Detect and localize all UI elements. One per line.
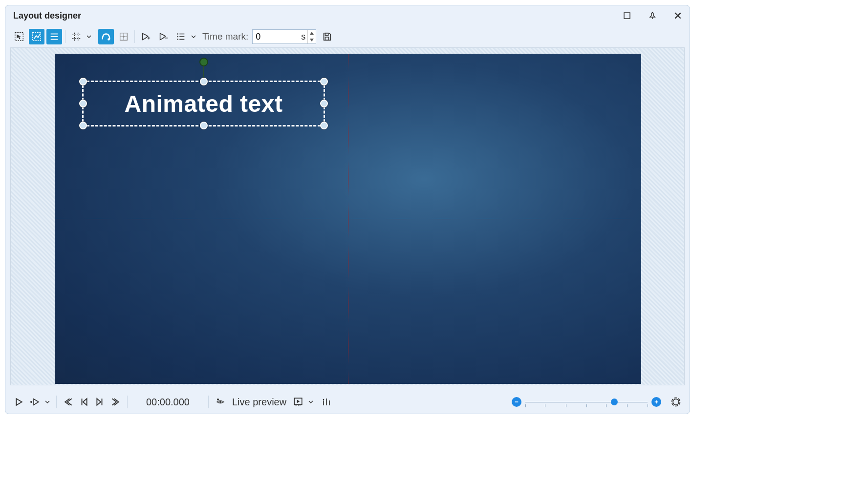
zoom-slider-handle[interactable] — [611, 399, 618, 405]
prev-frame-icon — [80, 398, 88, 406]
svg-point-22 — [30, 401, 32, 403]
toolbar: Time mark: s — [5, 26, 690, 47]
play-icon — [15, 398, 23, 406]
resize-handle-bm[interactable] — [200, 122, 208, 129]
minus-icon — [514, 399, 519, 404]
resize-handle-mr[interactable] — [320, 100, 328, 107]
close-icon — [673, 11, 682, 20]
zoom-slider[interactable] — [525, 398, 648, 406]
play-step-button[interactable] — [28, 395, 42, 409]
selected-element[interactable]: Animated text — [82, 81, 325, 126]
live-preview-toggle-icon — [216, 398, 225, 406]
resize-handle-ml[interactable] — [79, 100, 87, 107]
playback-time: 00:00.000 — [146, 397, 190, 408]
play-mode-dropdown[interactable] — [43, 394, 51, 410]
resize-handle-tm[interactable] — [200, 78, 208, 85]
layers-lines-icon — [49, 31, 60, 42]
workarea[interactable]: Animated text — [10, 47, 685, 385]
layout-designer-window: Layout designer — [5, 5, 690, 414]
resize-handle-br[interactable] — [320, 122, 328, 129]
snap-grid-dropdown[interactable] — [85, 29, 93, 44]
svg-rect-20 — [325, 33, 328, 36]
curve-icon — [101, 31, 111, 42]
select-tool-button[interactable] — [11, 29, 27, 44]
svg-point-10 — [123, 36, 125, 38]
zoom-fit-button[interactable] — [669, 395, 683, 409]
time-mark-unit: s — [299, 32, 307, 42]
grid-icon — [71, 31, 82, 42]
resize-handle-bl[interactable] — [79, 122, 87, 129]
safe-margins-icon — [31, 31, 42, 42]
snap-grid-button[interactable] — [68, 29, 84, 44]
statusbar-separator — [208, 396, 209, 408]
chevron-down-icon — [86, 34, 92, 40]
keyframe-add-icon — [140, 31, 151, 42]
remove-keyframe-button[interactable] — [155, 29, 171, 44]
toolbar-separator — [134, 30, 135, 43]
close-button[interactable] — [672, 10, 684, 21]
canvas[interactable]: Animated text — [55, 54, 641, 384]
keyframe-remove-icon — [158, 31, 169, 42]
center-canvas-button[interactable] — [116, 29, 131, 44]
goto-end-button[interactable] — [108, 395, 122, 409]
live-preview-toggle[interactable] — [214, 395, 227, 409]
zoom-tick — [586, 404, 587, 407]
resize-handle-tl[interactable] — [79, 78, 87, 85]
prev-frame-button[interactable] — [77, 395, 91, 409]
time-mark-up[interactable] — [308, 30, 316, 37]
safe-margins-button[interactable] — [29, 29, 44, 44]
titlebar: Layout designer — [5, 5, 690, 26]
animated-text-label: Animated text — [84, 82, 324, 125]
zoom-tick — [525, 404, 526, 407]
time-mark-label: Time mark: — [202, 31, 248, 42]
live-preview-label: Live preview — [232, 397, 286, 408]
goto-start-icon — [64, 398, 73, 406]
rotation-handle[interactable] — [199, 58, 208, 66]
time-mark-spinner — [307, 30, 316, 43]
keyframe-list-button[interactable] — [173, 29, 189, 44]
statusbar-separator — [56, 396, 57, 408]
keyframe-list-dropdown[interactable] — [190, 29, 197, 44]
zoom-out-button[interactable] — [512, 397, 521, 407]
zoom-controls — [512, 395, 683, 409]
goto-end-icon — [111, 398, 120, 406]
add-keyframe-button[interactable] — [138, 29, 153, 44]
preview-in-player-button[interactable] — [291, 395, 305, 409]
pin-button[interactable] — [647, 10, 658, 21]
zoom-tick — [545, 404, 545, 407]
save-button[interactable] — [319, 29, 335, 44]
toolbar-separator — [95, 30, 95, 43]
svg-point-14 — [177, 33, 178, 34]
next-frame-button[interactable] — [93, 395, 107, 409]
pin-icon — [649, 12, 656, 20]
resize-handle-tr[interactable] — [320, 78, 328, 85]
chevron-down-icon — [44, 399, 50, 405]
time-mark-input[interactable] — [253, 30, 299, 43]
center-icon — [118, 31, 129, 42]
toolbar-separator — [65, 30, 65, 43]
player-icon — [293, 397, 303, 407]
play-button[interactable] — [12, 395, 26, 409]
zoom-fit-icon — [671, 397, 681, 407]
zoom-tick — [606, 404, 606, 407]
audio-levels-icon — [322, 398, 331, 406]
maximize-icon — [623, 12, 631, 20]
audio-levels-button[interactable] — [320, 395, 333, 409]
selection-icon — [14, 31, 24, 42]
play-step-icon — [29, 398, 40, 406]
chevron-down-icon — [308, 399, 314, 405]
list-icon — [175, 31, 186, 42]
curve-tool-button[interactable] — [98, 29, 114, 44]
svg-point-25 — [217, 399, 219, 400]
goto-start-button[interactable] — [62, 395, 75, 409]
time-mark-down[interactable] — [308, 37, 316, 43]
chevron-down-icon — [191, 34, 196, 40]
zoom-in-button[interactable] — [651, 397, 661, 407]
zoom-tick — [648, 404, 648, 407]
svg-point-15 — [177, 36, 178, 37]
show-layers-button[interactable] — [46, 29, 62, 44]
preview-dropdown[interactable] — [307, 394, 315, 410]
maximize-button[interactable] — [621, 10, 633, 21]
window-title: Layout designer — [13, 11, 81, 21]
next-frame-icon — [95, 398, 104, 406]
